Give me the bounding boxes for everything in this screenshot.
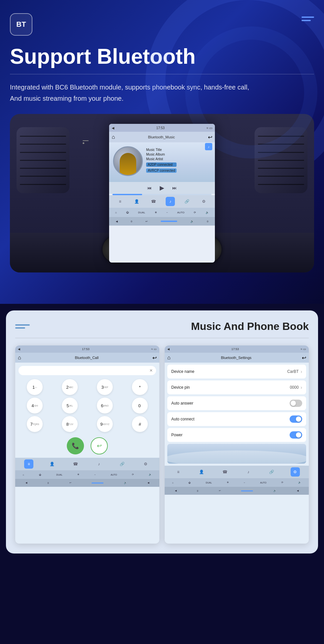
hero-description: Integrated with BC6 Bluetooth module, su…	[10, 82, 314, 104]
avrcp-badge: AVRCP connected	[146, 168, 177, 173]
play-icon: ▶	[160, 184, 164, 192]
dial-9[interactable]: 9WXYZ	[97, 416, 113, 432]
ss-tab-menu[interactable]: ≡	[174, 467, 183, 477]
music-info: Music Title Music Album Music Artist A2D…	[146, 146, 177, 178]
device-name-label: Device name	[171, 369, 194, 374]
screen-tabs: ≡ 👤 ☎ ♪ 🔗 ⚙	[109, 195, 215, 208]
hero-top-bar: BT	[10, 13, 314, 36]
hamburger-menu-icon[interactable]	[302, 13, 314, 21]
dial-0[interactable]: 0-	[132, 398, 148, 413]
auto-connect-toggle[interactable]	[290, 415, 302, 423]
ss-status-bar: ◀ 17:53 ≈ ▭	[165, 345, 309, 353]
ps-tab-menu[interactable]: ≡	[24, 459, 33, 469]
ps-status-icons: ≈ ▭	[151, 347, 157, 351]
ps-tab-music[interactable]: ♪	[94, 459, 103, 469]
ac-icon: ~	[166, 211, 168, 214]
ps-bottom-bar: ◀0 ↩ 🔊◀	[15, 479, 159, 487]
tab-settings[interactable]: ⚙	[199, 197, 209, 206]
ss-back-nav-icon: ↩	[302, 355, 306, 361]
music-artist: Music Artist	[146, 157, 177, 161]
ps-tabs: ≡ 👤 ☎ ♪ 🔗 ⚙	[15, 458, 159, 470]
device-pin-value-row: 0000 ›	[290, 385, 302, 390]
ss-tabs: ≡ 👤 ☎ ♪ 🔗 ⚙	[165, 466, 309, 478]
dial-6[interactable]: 6MNO	[97, 398, 113, 413]
ps-time: 17:53	[82, 347, 90, 351]
device-pin-value: 0000	[290, 385, 299, 390]
dial-8[interactable]: 8TUV	[62, 416, 78, 432]
ss-status-icons: ≈ ▭	[301, 347, 306, 351]
tab-contacts[interactable]: 👤	[132, 197, 142, 206]
tab-music[interactable]: ♪	[166, 197, 175, 206]
tab-link[interactable]: 🔗	[182, 197, 192, 206]
dial-7[interactable]: 7PQRS	[27, 416, 43, 432]
ps-status-bar: ◀ 17:53 ≈ ▭	[15, 345, 159, 353]
device-name-value: CarBT	[287, 369, 299, 374]
dial-star[interactable]: *	[132, 379, 148, 395]
ss-tab-contacts[interactable]: 👤	[197, 467, 206, 477]
tab-menu[interactable]: ≡	[115, 197, 125, 206]
center-car-screen: ◀ 17:53 ≈ ▭ ⌂ Bluetooth_Music ↩ Music Ti…	[109, 124, 215, 263]
music-area: Music Title Music Album Music Artist A2D…	[109, 142, 215, 182]
device-pin-label: Device pin	[171, 385, 190, 390]
settings-item-auto-answer: Auto answer	[167, 396, 306, 410]
sync-icon: ⟳	[194, 211, 196, 214]
redial-button[interactable]: ↩	[91, 437, 108, 454]
climate-bar: ⌂ ⏻ DUAL ❄ ~ AUTO ⟳ 🔈	[109, 208, 215, 217]
screen-status-bar: ◀ 17:53 ≈ ▭	[109, 124, 215, 132]
ss-tab-phone[interactable]: ☎	[221, 467, 230, 477]
dial-3[interactable]: 3DEF	[97, 379, 113, 395]
ss-nav-title: Bluetooth_Settings	[172, 356, 301, 360]
ss-tab-link[interactable]: 🔗	[267, 467, 276, 477]
status-time: 17:53	[156, 126, 165, 130]
page-title: Support Bluetooth	[10, 45, 314, 68]
ps-tab-link[interactable]: 🔗	[118, 459, 127, 469]
auto-answer-label: Auto answer	[171, 401, 193, 406]
ss-tab-music[interactable]: ♪	[244, 467, 253, 477]
device-name-value-row: CarBT ›	[287, 369, 302, 374]
dial-1[interactable]: 1—	[27, 379, 43, 395]
power-toggle[interactable]	[290, 431, 302, 439]
ss-time: 17:53	[231, 347, 239, 351]
screen-nav-title: Bluetooth_Music	[117, 135, 206, 139]
ps-navbar: ⌂ Bluetooth_Call ↩	[15, 353, 159, 363]
dial-hash[interactable]: #	[132, 416, 148, 432]
home-icon: ⌂	[112, 134, 115, 140]
prev-icon: ⏮	[147, 185, 152, 191]
wave-decoration	[167, 444, 306, 464]
back-icon: ↩	[208, 134, 212, 140]
ss-tab-settings[interactable]: ⚙	[291, 467, 300, 477]
ss-home-icon: ⌂	[167, 355, 171, 361]
ss-bottom-bar: ◀0 ↩ 🔊◀	[165, 487, 309, 495]
ps-tab-settings[interactable]: ⚙	[141, 459, 150, 469]
car-background: ◀ 17:53 ≈ ▭ ⌂ Bluetooth_Music ↩ Music Ti…	[10, 114, 314, 272]
tab-phone[interactable]: ☎	[149, 197, 158, 206]
music-title: Music Title	[146, 148, 177, 152]
settings-item-device-pin[interactable]: Device pin 0000 ›	[167, 380, 306, 394]
settings-item-auto-connect: Auto connect	[167, 412, 306, 426]
side-menu	[83, 140, 89, 144]
car-vent-left	[17, 127, 69, 193]
ps-back-nav-icon: ↩	[152, 355, 157, 361]
search-clear-icon[interactable]: ✕	[149, 368, 153, 373]
ps-tab-contacts[interactable]: 👤	[48, 459, 57, 469]
panel-header: Music And Phone Book	[15, 320, 309, 333]
panel-hamburger-icon[interactable]	[15, 324, 30, 329]
dial-2[interactable]: 2ABC	[62, 379, 78, 395]
bluetooth-settings-screen: ◀ 17:53 ≈ ▭ ⌂ Bluetooth_Settings ↩ Devic…	[165, 345, 309, 544]
settings-item-device-name[interactable]: Device name CarBT ›	[167, 365, 306, 378]
auto-connect-label: Auto connect	[171, 417, 194, 421]
dial-4[interactable]: 4GHI	[27, 398, 43, 413]
screen-nav-bar: ⌂ Bluetooth_Music ↩	[109, 132, 215, 142]
settings-item-power: Power	[167, 428, 306, 442]
car-vent-right	[255, 127, 307, 193]
dial-5[interactable]: 5JKL	[62, 398, 78, 413]
dialpad: 1— 2ABC 3DEF * 4GHI 5JKL 6MNO 0- 7PQRS 8…	[15, 377, 159, 434]
status-icons: ≈ ▭	[207, 126, 212, 130]
call-button[interactable]: 📞	[67, 437, 84, 454]
ps-back-icon: ◀	[18, 347, 20, 351]
ss-back-icon: ◀	[167, 347, 170, 351]
auto-answer-toggle[interactable]	[290, 400, 302, 407]
ps-tab-phone[interactable]: ☎	[71, 459, 80, 469]
power-btn: ⏻	[126, 211, 129, 214]
search-bar[interactable]: ✕	[19, 366, 156, 375]
